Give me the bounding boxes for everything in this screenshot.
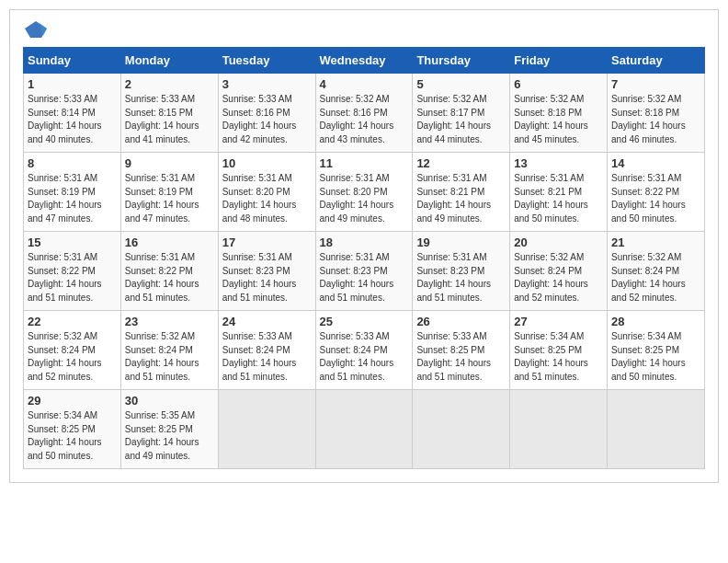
logo-icon: [23, 19, 49, 40]
day-info: Sunrise: 5:33 AMSunset: 8:24 PMDaylight:…: [320, 330, 409, 384]
col-header-wednesday: Wednesday: [315, 48, 413, 74]
day-cell: 14Sunrise: 5:31 AMSunset: 8:22 PMDayligh…: [608, 153, 705, 232]
day-number: 19: [416, 236, 506, 249]
col-header-saturday: Saturday: [608, 48, 705, 74]
page: SundayMondayTuesdayWednesdayThursdayFrid…: [9, 9, 719, 483]
day-cell: 6Sunrise: 5:32 AMSunset: 8:18 PMDaylight…: [510, 74, 608, 153]
day-cell: 5Sunrise: 5:32 AMSunset: 8:17 PMDaylight…: [413, 74, 510, 153]
col-header-friday: Friday: [510, 48, 608, 74]
week-row-1: 1Sunrise: 5:33 AMSunset: 8:14 PMDaylight…: [24, 74, 705, 153]
day-number: 27: [514, 315, 603, 328]
day-cell: [608, 390, 705, 469]
day-info: Sunrise: 5:33 AMSunset: 8:14 PMDaylight:…: [28, 93, 117, 146]
day-info: Sunrise: 5:32 AMSunset: 8:24 PMDaylight:…: [514, 251, 603, 304]
day-cell: 19Sunrise: 5:31 AMSunset: 8:23 PMDayligh…: [413, 232, 510, 311]
day-cell: 23Sunrise: 5:32 AMSunset: 8:24 PMDayligh…: [120, 311, 218, 390]
day-number: 24: [222, 315, 312, 328]
day-cell: 8Sunrise: 5:31 AMSunset: 8:19 PMDaylight…: [24, 153, 121, 232]
day-number: 30: [125, 394, 214, 408]
day-cell: 18Sunrise: 5:31 AMSunset: 8:23 PMDayligh…: [315, 232, 413, 311]
day-number: 5: [416, 77, 506, 91]
day-cell: 26Sunrise: 5:33 AMSunset: 8:25 PMDayligh…: [413, 311, 510, 390]
day-number: 21: [611, 236, 700, 249]
day-number: 29: [28, 394, 117, 408]
week-row-3: 15Sunrise: 5:31 AMSunset: 8:22 PMDayligh…: [24, 232, 705, 311]
day-info: Sunrise: 5:32 AMSunset: 8:24 PMDaylight:…: [125, 330, 214, 384]
day-info: Sunrise: 5:35 AMSunset: 8:25 PMDaylight:…: [125, 409, 214, 463]
day-number: 12: [416, 156, 506, 170]
day-number: 1: [28, 77, 117, 91]
day-number: 18: [320, 236, 409, 249]
day-number: 15: [28, 236, 117, 249]
day-cell: 11Sunrise: 5:31 AMSunset: 8:20 PMDayligh…: [315, 153, 413, 232]
day-info: Sunrise: 5:32 AMSunset: 8:24 PMDaylight:…: [611, 251, 700, 304]
day-cell: 29Sunrise: 5:34 AMSunset: 8:25 PMDayligh…: [24, 390, 121, 469]
calendar-table: SundayMondayTuesdayWednesdayThursdayFrid…: [23, 47, 705, 469]
day-number: 3: [222, 77, 312, 91]
day-cell: [510, 390, 608, 469]
logo: [23, 19, 52, 40]
day-number: 14: [611, 156, 700, 170]
day-number: 23: [125, 315, 214, 328]
day-cell: 28Sunrise: 5:34 AMSunset: 8:25 PMDayligh…: [608, 311, 705, 390]
week-row-4: 22Sunrise: 5:32 AMSunset: 8:24 PMDayligh…: [24, 311, 705, 390]
day-info: Sunrise: 5:32 AMSunset: 8:18 PMDaylight:…: [514, 93, 603, 146]
day-number: 4: [320, 77, 409, 91]
day-cell: 10Sunrise: 5:31 AMSunset: 8:20 PMDayligh…: [218, 153, 315, 232]
day-info: Sunrise: 5:31 AMSunset: 8:20 PMDaylight:…: [320, 172, 409, 225]
day-number: 6: [514, 77, 603, 91]
day-info: Sunrise: 5:31 AMSunset: 8:23 PMDaylight:…: [416, 251, 506, 304]
day-number: 9: [125, 156, 214, 170]
header: [23, 19, 705, 40]
day-number: 22: [28, 315, 117, 328]
day-cell: 20Sunrise: 5:32 AMSunset: 8:24 PMDayligh…: [510, 232, 608, 311]
day-cell: 2Sunrise: 5:33 AMSunset: 8:15 PMDaylight…: [120, 74, 218, 153]
day-cell: 4Sunrise: 5:32 AMSunset: 8:16 PMDaylight…: [315, 74, 413, 153]
day-info: Sunrise: 5:31 AMSunset: 8:21 PMDaylight:…: [416, 172, 506, 225]
col-header-tuesday: Tuesday: [218, 48, 315, 74]
day-info: Sunrise: 5:34 AMSunset: 8:25 PMDaylight:…: [611, 330, 700, 384]
header-row: SundayMondayTuesdayWednesdayThursdayFrid…: [24, 48, 705, 74]
day-cell: 15Sunrise: 5:31 AMSunset: 8:22 PMDayligh…: [24, 232, 121, 311]
day-cell: 22Sunrise: 5:32 AMSunset: 8:24 PMDayligh…: [24, 311, 121, 390]
day-cell: 1Sunrise: 5:33 AMSunset: 8:14 PMDaylight…: [24, 74, 121, 153]
day-info: Sunrise: 5:32 AMSunset: 8:16 PMDaylight:…: [320, 93, 409, 146]
day-cell: 21Sunrise: 5:32 AMSunset: 8:24 PMDayligh…: [608, 232, 705, 311]
day-info: Sunrise: 5:32 AMSunset: 8:24 PMDaylight:…: [28, 330, 117, 384]
day-cell: 17Sunrise: 5:31 AMSunset: 8:23 PMDayligh…: [218, 232, 315, 311]
day-info: Sunrise: 5:31 AMSunset: 8:19 PMDaylight:…: [125, 172, 214, 225]
day-number: 13: [514, 156, 603, 170]
day-cell: 7Sunrise: 5:32 AMSunset: 8:18 PMDaylight…: [608, 74, 705, 153]
day-cell: 24Sunrise: 5:33 AMSunset: 8:24 PMDayligh…: [218, 311, 315, 390]
day-info: Sunrise: 5:33 AMSunset: 8:16 PMDaylight:…: [222, 93, 312, 146]
day-cell: [218, 390, 315, 469]
day-info: Sunrise: 5:31 AMSunset: 8:20 PMDaylight:…: [222, 172, 312, 225]
day-number: 25: [320, 315, 409, 328]
week-row-5: 29Sunrise: 5:34 AMSunset: 8:25 PMDayligh…: [24, 390, 705, 469]
day-cell: [413, 390, 510, 469]
day-info: Sunrise: 5:31 AMSunset: 8:22 PMDaylight:…: [611, 172, 700, 225]
day-number: 26: [416, 315, 506, 328]
day-number: 20: [514, 236, 603, 249]
day-number: 28: [611, 315, 700, 328]
day-cell: 27Sunrise: 5:34 AMSunset: 8:25 PMDayligh…: [510, 311, 608, 390]
day-cell: 13Sunrise: 5:31 AMSunset: 8:21 PMDayligh…: [510, 153, 608, 232]
day-info: Sunrise: 5:31 AMSunset: 8:19 PMDaylight:…: [28, 172, 117, 225]
col-header-sunday: Sunday: [24, 48, 121, 74]
day-info: Sunrise: 5:33 AMSunset: 8:15 PMDaylight:…: [125, 93, 214, 146]
day-number: 11: [320, 156, 409, 170]
day-cell: 16Sunrise: 5:31 AMSunset: 8:22 PMDayligh…: [120, 232, 218, 311]
day-info: Sunrise: 5:31 AMSunset: 8:23 PMDaylight:…: [320, 251, 409, 304]
day-cell: 12Sunrise: 5:31 AMSunset: 8:21 PMDayligh…: [413, 153, 510, 232]
day-info: Sunrise: 5:34 AMSunset: 8:25 PMDaylight:…: [28, 409, 117, 463]
col-header-thursday: Thursday: [413, 48, 510, 74]
day-info: Sunrise: 5:32 AMSunset: 8:18 PMDaylight:…: [611, 93, 700, 146]
day-info: Sunrise: 5:31 AMSunset: 8:22 PMDaylight:…: [28, 251, 117, 304]
day-info: Sunrise: 5:31 AMSunset: 8:22 PMDaylight:…: [125, 251, 214, 304]
day-info: Sunrise: 5:31 AMSunset: 8:21 PMDaylight:…: [514, 172, 603, 225]
day-cell: 9Sunrise: 5:31 AMSunset: 8:19 PMDaylight…: [120, 153, 218, 232]
day-number: 7: [611, 77, 700, 91]
day-info: Sunrise: 5:31 AMSunset: 8:23 PMDaylight:…: [222, 251, 312, 304]
day-number: 10: [222, 156, 312, 170]
day-number: 17: [222, 236, 312, 249]
